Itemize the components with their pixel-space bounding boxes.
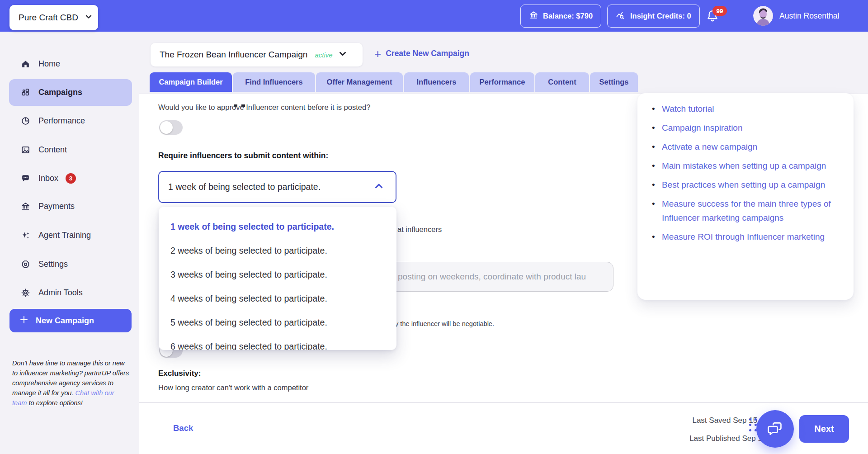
- dropdown-option-1-week[interactable]: 1 week of being selected to participate.: [159, 215, 396, 239]
- inbox-count-badge: 3: [66, 173, 76, 184]
- brand-name: Pure Craft CBD: [19, 13, 78, 23]
- footer-divider: [139, 402, 868, 403]
- settings-icon: [21, 260, 30, 269]
- image-icon: [21, 145, 30, 155]
- home-icon: [21, 59, 30, 69]
- dropdown-option-2-weeks[interactable]: 2 weeks of being selected to participate…: [159, 239, 396, 263]
- sidebar-item-payments[interactable]: Payments: [9, 195, 132, 217]
- dropdown-option-5-weeks[interactable]: 5 weeks of being selected to participate…: [159, 311, 396, 335]
- help-links-card: Watch tutorial Campaign inspiration Acti…: [637, 93, 854, 300]
- sidebar-item-label: Home: [38, 59, 60, 69]
- tab-performance[interactable]: Performance: [470, 72, 534, 92]
- plus-icon: +: [374, 49, 381, 58]
- help-link-best-practices[interactable]: Best practices when setting up a campaig…: [651, 178, 840, 192]
- tab-campaign-builder[interactable]: Campaign Builder: [150, 72, 232, 92]
- exclusivity-description: How long creator can't work with a compe…: [158, 383, 308, 392]
- sidebar-item-label: Campaigns: [38, 88, 82, 97]
- note-text-end: to explore options!: [27, 399, 82, 407]
- tab-content[interactable]: Content: [535, 72, 589, 92]
- insight-credits-label: Insight Credits: 0: [630, 12, 691, 20]
- new-campaign-label: New Campaign: [36, 316, 94, 326]
- help-link-measure-roi[interactable]: Measure ROI through Influencer marketing: [651, 230, 840, 244]
- submit-within-label: Require influencers to submit content wi…: [158, 151, 328, 161]
- brand-selector[interactable]: Pure Craft CBD: [9, 5, 98, 30]
- help-link-watch-tutorial[interactable]: Watch tutorial: [651, 102, 840, 116]
- toggle-knob: [160, 121, 173, 134]
- insight-credits-button[interactable]: Insight Credits: 0: [607, 5, 700, 28]
- campaigns-icon: [21, 88, 30, 97]
- avatar[interactable]: [753, 6, 773, 26]
- help-link-campaign-inspiration[interactable]: Campaign inspiration: [651, 121, 840, 135]
- performance-icon: [21, 116, 30, 126]
- help-link-measure-success[interactable]: Measure success for the main three types…: [651, 197, 840, 225]
- sidebar-item-performance[interactable]: Performance: [9, 110, 132, 132]
- tab-offer-management[interactable]: Offer Management: [316, 72, 403, 92]
- bank-icon: [529, 10, 538, 22]
- sidebar-item-label: Admin Tools: [38, 288, 83, 298]
- app-screen: Pure Craft CBD Balance: $790 Insight Cre…: [0, 0, 868, 454]
- submit-within-dropdown: 1 week of being selected to participate.…: [159, 207, 396, 350]
- insights-icon: [616, 10, 626, 22]
- sidebar-item-label: Settings: [38, 260, 68, 269]
- sparkles-icon: [21, 231, 30, 240]
- create-new-campaign-label: Create New Campaign: [386, 49, 469, 58]
- sidebar-item-inbox[interactable]: Inbox 3: [9, 167, 132, 189]
- sidebar-item-label: Inbox: [38, 174, 58, 183]
- top-bar: Pure Craft CBD Balance: $790 Insight Cre…: [0, 0, 868, 32]
- notification-count-badge: 99: [712, 6, 727, 16]
- chevron-down-icon: [85, 13, 93, 23]
- dropdown-option-6-weeks[interactable]: 6 weeks of being selected to participate…: [159, 335, 396, 350]
- sidebar-item-agent-training[interactable]: Agent Training: [9, 224, 132, 246]
- approve-content-question: Would you like to approve Influencer con…: [158, 103, 370, 112]
- bank-icon: [21, 202, 30, 211]
- back-button[interactable]: Back: [173, 423, 193, 433]
- notifications-button[interactable]: 99: [705, 8, 726, 26]
- user-name: Austin Rosenthal: [779, 11, 839, 21]
- tab-find-influencers[interactable]: Find Influencers: [233, 72, 315, 92]
- submit-within-select[interactable]: 1 week of being selected to participate.: [158, 171, 396, 203]
- sidebar-item-label: Agent Training: [38, 231, 91, 240]
- chat-bubble-icon: [21, 174, 30, 183]
- sidebar-item-admin-tools[interactable]: Admin Tools: [9, 282, 132, 303]
- help-link-main-mistakes[interactable]: Main mistakes when setting up a campaign: [651, 159, 840, 173]
- next-button[interactable]: Next: [799, 415, 849, 443]
- tab-influencers[interactable]: Influencers: [404, 72, 469, 92]
- help-link-activate-campaign[interactable]: Activate a new campaign: [651, 140, 840, 154]
- dropdown-option-4-weeks[interactable]: 4 weeks of being selected to participate…: [159, 287, 396, 311]
- chevron-up-icon: [373, 180, 385, 194]
- exclusivity-label: Exclusivity:: [158, 369, 201, 378]
- plus-icon: [19, 315, 28, 326]
- campaign-name: The Frozen Bean Influencer Campaign: [160, 50, 307, 60]
- sidebar-item-label: Content: [38, 145, 67, 155]
- create-new-campaign-button[interactable]: + Create New Campaign: [374, 49, 469, 58]
- sidebar-item-content[interactable]: Content: [9, 139, 132, 161]
- dropdown-option-3-weeks[interactable]: 3 weeks of being selected to participate…: [159, 263, 396, 287]
- sidebar-item-home[interactable]: Home: [9, 53, 132, 75]
- sidebar-item-settings[interactable]: Settings: [9, 253, 132, 275]
- sidebar-item-label: Performance: [38, 116, 85, 126]
- partial-influencers-text: at influencers: [397, 225, 442, 234]
- selected-value: 1 week of being selected to participate.: [168, 182, 321, 192]
- campaign-selector[interactable]: The Frozen Bean Influencer Campaign acti…: [151, 43, 363, 66]
- chevron-down-icon: [338, 49, 347, 60]
- notes-input[interactable]: [387, 262, 613, 292]
- sidebar: Home Campaigns Performance Content: [0, 32, 139, 454]
- new-campaign-button[interactable]: New Campaign: [9, 309, 132, 332]
- agency-services-note: Don't have time to manage this or new to…: [12, 359, 130, 408]
- gear-icon: [21, 288, 30, 298]
- partial-negotiable-text: y the influencer will be negotiable.: [395, 320, 494, 327]
- approve-content-toggle[interactable]: [159, 120, 183, 135]
- sidebar-item-label: Payments: [38, 202, 75, 211]
- last-published-text: Last Published Sep 15,: [689, 434, 769, 443]
- drag-handle[interactable]: [749, 418, 757, 431]
- campaign-status-badge: active: [315, 51, 332, 59]
- sidebar-item-campaigns[interactable]: Campaigns: [9, 79, 132, 106]
- chat-bubble-icon: [767, 421, 784, 438]
- balance-label: Balance: $790: [543, 12, 593, 20]
- help-links-list: Watch tutorial Campaign inspiration Acti…: [651, 102, 840, 244]
- balance-button[interactable]: Balance: $790: [520, 5, 601, 28]
- chat-widget-button[interactable]: [756, 410, 794, 448]
- tab-settings[interactable]: Settings: [590, 72, 638, 92]
